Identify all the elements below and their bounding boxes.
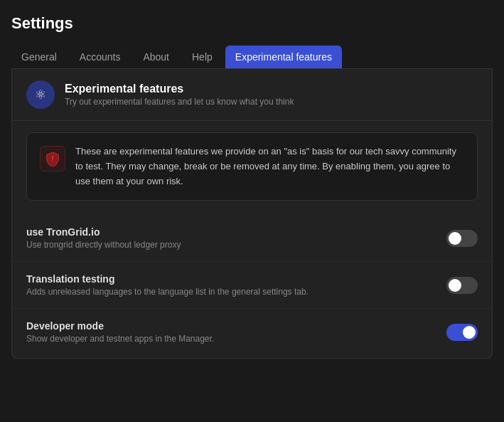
toggle-developer-thumb [463,326,476,339]
toggle-translation[interactable] [446,277,478,294]
tab-experimental[interactable]: Experimental features [225,46,342,68]
settings-list: use TronGrid.io Use trongrid directly wi… [12,212,492,358]
setting-developer-title: Developer mode [26,320,214,332]
warning-text: These are experimental features we provi… [75,144,464,189]
setting-trongrid: use TronGrid.io Use trongrid directly wi… [12,215,492,262]
section-header: ⚛ Experimental features Try out experime… [12,69,492,121]
setting-trongrid-title: use TronGrid.io [26,226,181,238]
warning-box: These are experimental features we provi… [26,132,478,201]
content-area: ⚛ Experimental features Try out experime… [11,69,493,359]
setting-trongrid-desc: Use trongrid directly without ledger pro… [26,240,181,250]
setting-developer: Developer mode Show developer and testne… [12,309,492,355]
svg-point-0 [52,160,53,161]
tab-about[interactable]: About [133,46,179,68]
setting-trongrid-info: use TronGrid.io Use trongrid directly wi… [26,226,181,250]
section-header-text: Experimental features Try out experiment… [65,83,294,107]
page-container: Settings General Accounts About Help Exp… [0,0,504,370]
toggle-translation-track [446,277,478,294]
section-subtitle: Try out experimental features and let us… [65,97,294,107]
toggle-translation-thumb [449,279,461,292]
tabs-bar: General Accounts About Help Experimental… [11,46,493,69]
tab-general[interactable]: General [11,46,67,68]
toggle-developer[interactable] [446,324,478,341]
experimental-icon: ⚛ [26,80,55,109]
toggle-developer-track [446,324,478,341]
toggle-trongrid[interactable] [446,230,478,247]
section-title: Experimental features [65,83,294,95]
toggle-trongrid-thumb [449,232,461,245]
toggle-trongrid-track [446,230,478,247]
setting-translation-title: Translation testing [26,273,309,285]
page-title: Settings [11,14,493,33]
setting-developer-desc: Show developer and testnet apps in the M… [26,334,214,344]
shield-icon [40,146,65,172]
tab-accounts[interactable]: Accounts [70,46,131,68]
setting-translation-desc: Adds unreleased languages to the languag… [26,287,309,297]
setting-developer-info: Developer mode Show developer and testne… [26,320,214,344]
tab-help[interactable]: Help [182,46,222,68]
setting-translation-info: Translation testing Adds unreleased lang… [26,273,309,297]
setting-translation: Translation testing Adds unreleased lang… [12,262,492,309]
